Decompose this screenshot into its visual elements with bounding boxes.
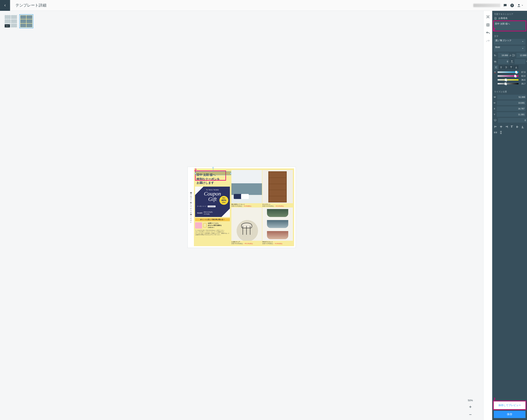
- obj-align-right-icon[interactable]: [505, 125, 508, 129]
- obj-align-left-icon[interactable]: [494, 125, 498, 129]
- rotation-input[interactable]: [498, 118, 527, 122]
- page-title: テンプレート詳細: [10, 3, 46, 8]
- fontsize-unit: pt: [510, 54, 511, 56]
- distribute-h-icon[interactable]: [494, 131, 497, 134]
- zoom-level: 50%: [468, 399, 473, 402]
- discount-badge: Max 40% OFF!: [220, 196, 228, 205]
- zoom-in-button[interactable]: +: [469, 404, 472, 409]
- align-center-button[interactable]: [499, 65, 504, 69]
- selected-text-content: 田中 太郎 様へ: [197, 173, 216, 176]
- annotation-label-3: 3: [493, 397, 495, 401]
- yellow-value: 36.6: [520, 79, 526, 81]
- svg-point-8: [488, 25, 489, 26]
- black-slider[interactable]: [498, 83, 518, 84]
- svg-text:VA: VA: [494, 61, 496, 62]
- variable-field-label: お客様名: [498, 17, 508, 20]
- cyan-slider[interactable]: [498, 72, 518, 73]
- undo-button[interactable]: [485, 31, 491, 36]
- coupon-valid-label: 有効期間: [197, 212, 202, 214]
- svg-rect-22: [495, 132, 496, 133]
- account-name-blurred: [473, 4, 500, 7]
- obj-align-top-icon[interactable]: [510, 125, 514, 129]
- lineheight-input[interactable]: [516, 53, 527, 58]
- svg-rect-23: [496, 132, 497, 133]
- save-and-preview-button[interactable]: 保存してプレビュー: [494, 401, 526, 409]
- weight-select[interactable]: Bold: [494, 46, 526, 52]
- section-size-position: サイズと位置: [492, 86, 527, 95]
- page-thumbnail-2[interactable]: [19, 14, 33, 28]
- help-icon[interactable]: ?: [510, 3, 514, 8]
- product-label-0: 掛け布団カバーセット定価￥5,252(税込) → ¥4,500(税込): [231, 204, 262, 207]
- sale-badge: SALE: [5, 24, 10, 27]
- crop-tool-icon[interactable]: [485, 22, 491, 27]
- svg-rect-24: [500, 131, 502, 132]
- svg-rect-18: [511, 126, 512, 128]
- headline-line3: お届けします: [195, 181, 231, 185]
- width-input[interactable]: [497, 95, 526, 99]
- svg-rect-25: [500, 132, 502, 133]
- hscale-input[interactable]: [515, 59, 526, 64]
- black-value: 35.7: [520, 83, 526, 85]
- svg-rect-4: [487, 24, 489, 26]
- valign-top-button[interactable]: [509, 65, 514, 69]
- back-button[interactable]: [0, 0, 10, 11]
- point-note: ポイントに応じて割引率が変わる！: [195, 218, 230, 221]
- check-site-text: 会員サイトから あなたの割引価格を CHECK！: [208, 222, 222, 229]
- product-image-shelf: [262, 170, 293, 203]
- svg-rect-21: [494, 132, 495, 133]
- binding-note: 水漏れせぬよく乾かしてからお開きください。: [190, 190, 192, 224]
- obj-align-hcenter-icon[interactable]: [499, 125, 503, 129]
- yellow-slider[interactable]: [498, 79, 518, 80]
- coupon-valid-range: 2019.12.01(月) -12.21(金): [204, 211, 213, 215]
- obj-align-vcenter-icon[interactable]: [516, 125, 519, 129]
- zoom-out-button[interactable]: −: [469, 412, 472, 417]
- page-thumbnail-1[interactable]: SALE: [4, 14, 18, 28]
- svg-rect-17: [506, 126, 507, 127]
- variable-text-input[interactable]: [494, 21, 526, 30]
- product-label-1: キャビネット定価￥28,500(税込) → ¥25,650(税込): [262, 204, 293, 207]
- height-input[interactable]: [497, 100, 526, 105]
- transform-tool-icon[interactable]: [485, 14, 491, 19]
- redo-button[interactable]: [485, 39, 491, 44]
- chat-icon[interactable]: [503, 3, 507, 8]
- magenta-value: 82.8: [520, 75, 526, 77]
- svg-rect-14: [494, 73, 496, 73]
- canvas[interactable]: 水漏れせぬよく乾かしてからお開きください。 2 田中 太郎 様へ: [187, 167, 296, 248]
- align-left-button[interactable]: [494, 65, 498, 69]
- fine-print: ※このはがきを持ってBLOOSOWShopへご来店ください。 スタッフがお伺いし…: [195, 230, 230, 235]
- y-input[interactable]: [497, 112, 526, 117]
- inspector-panel: 可変テキストエリア お客様名 2 文字 源ノ角ゴシック Bold TT pt p…: [492, 11, 527, 420]
- coupon-card: To Tarou Tanaka Coupon Gift Max 40% OFF!…: [195, 187, 230, 217]
- distribute-v-icon[interactable]: [499, 131, 503, 134]
- obj-align-bottom-icon[interactable]: [521, 125, 525, 129]
- product-image-chair: [231, 208, 262, 241]
- svg-point-2: [518, 4, 520, 5]
- x-input[interactable]: [497, 106, 526, 111]
- hscale-unit: %: [526, 60, 527, 63]
- product-image-bowls: [262, 208, 293, 241]
- svg-rect-26: [500, 133, 502, 134]
- account-menu[interactable]: [517, 3, 524, 7]
- tracking-icon: VA: [494, 59, 497, 64]
- phone-icon: [203, 223, 207, 227]
- align-right-button[interactable]: [504, 65, 508, 69]
- svg-rect-20: [522, 126, 523, 128]
- selected-text-element[interactable]: 田中 太郎 様へ: [195, 171, 231, 177]
- svg-point-5: [487, 24, 488, 24]
- font-select[interactable]: 源ノ角ゴシック: [494, 39, 526, 45]
- svg-rect-3: [487, 16, 489, 17]
- svg-rect-15: [495, 126, 496, 127]
- pink-swatch: [195, 222, 202, 229]
- svg-text:T: T: [511, 60, 513, 62]
- product-label-3: FRDボウルセット定価￥3,499(税込) → ¥2,800(税込): [262, 241, 293, 245]
- section-text: 文字: [492, 31, 527, 39]
- magenta-slider[interactable]: [498, 75, 518, 77]
- tracking-input[interactable]: [498, 59, 509, 64]
- valign-bottom-button[interactable]: [514, 65, 518, 69]
- save-button[interactable]: 保存: [494, 411, 526, 418]
- text-color-icon: A: [494, 71, 496, 74]
- svg-text:A: A: [494, 71, 496, 73]
- svg-point-6: [488, 24, 489, 24]
- fontsize-input[interactable]: [498, 53, 509, 58]
- coupon-code-label: クーポンコード: [197, 205, 207, 207]
